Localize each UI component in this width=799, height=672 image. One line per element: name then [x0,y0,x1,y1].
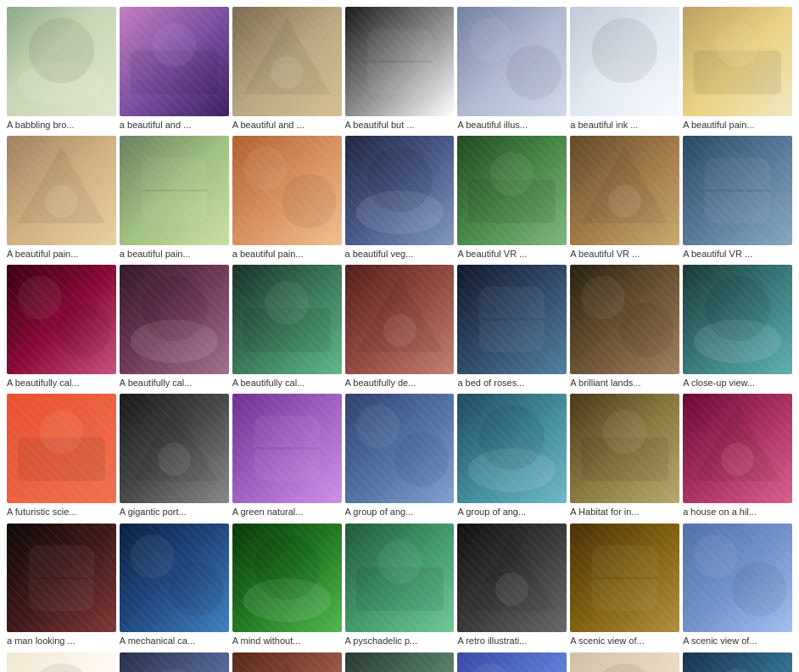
thumbnail-image [120,524,229,633]
gallery-grid: A babbling bro... a beautiful and ... A … [7,7,792,672]
gallery-item[interactable]: A beautiful and ... [232,7,342,131]
gallery-item[interactable]: a beautiful pain... [232,136,342,260]
gallery-item-label: A babbling bro... [7,119,116,131]
svg-point-59 [169,562,223,616]
gallery-item[interactable]: A beautiful pain... [7,136,116,260]
gallery-item[interactable]: A beautiful illus... [457,7,567,131]
svg-rect-16 [142,158,207,223]
svg-point-33 [265,282,309,326]
gallery-item[interactable]: A train to the s... [457,652,567,672]
svg-rect-46 [254,416,319,481]
svg-point-15 [45,185,78,218]
thumbnail-image [570,652,679,672]
svg-point-39 [619,303,673,357]
gallery-item-label: A beautifully cal... [120,377,229,389]
svg-point-9 [506,45,561,99]
thumbnail-image [7,265,116,374]
gallery-item[interactable]: A beautiful VR ... [570,136,679,260]
gallery-item[interactable]: A close-up view... [683,265,792,389]
gallery-item[interactable]: A beautiful VR ... [683,136,792,260]
svg-point-38 [581,276,625,320]
gallery-item[interactable]: A scenic view of... [570,524,679,647]
gallery-item-label: a beautiful pain... [120,248,229,260]
svg-point-21 [366,147,432,212]
svg-point-63 [377,540,422,584]
gallery-item-label: a man looking ... [7,635,116,647]
gallery-item[interactable]: A brilliant lands... [570,265,679,389]
thumbnail-image [570,136,679,245]
gallery-item[interactable]: A retro illustrati... [457,524,567,647]
svg-point-11 [592,18,657,83]
thumbnail-image [345,652,455,672]
thumbnail-image [345,394,455,503]
gallery-item[interactable]: a beautiful ink ... [570,7,679,131]
gallery-item[interactable]: A mind without... [232,524,342,647]
gallery-item[interactable]: A view of God ... [683,652,792,672]
gallery-item[interactable]: a beautiful and ... [120,7,229,131]
thumbnail-image [570,7,679,116]
svg-point-51 [479,405,545,470]
gallery-item[interactable]: A pyschadelic p... [345,524,455,647]
thumbnail-image [683,652,792,672]
svg-rect-52 [581,438,668,482]
svg-point-50 [468,449,556,493]
svg-point-35 [383,314,416,347]
thumbnail-image [7,524,116,633]
svg-point-71 [29,664,94,672]
gallery-item[interactable]: A scenic view of... [683,524,792,647]
gallery-item[interactable]: A beautifully cal... [232,265,342,389]
thumbnail-image [570,265,679,374]
gallery-item[interactable]: A beautiful pain... [683,7,792,131]
gallery-item-label: A close-up view... [683,377,792,389]
svg-point-3 [153,23,197,67]
gallery-item[interactable]: A group of ang... [345,394,455,518]
gallery-item-label: A beautiful illus... [457,119,567,131]
thumbnail-image [120,652,229,672]
gallery-item[interactable]: A gigantic port... [120,394,229,518]
gallery-item-label: A mechanical ca... [120,635,229,647]
thumbnail-image [345,265,455,374]
svg-marker-74 [243,664,331,672]
thumbnail-image [457,265,567,374]
gallery-item-label: A beautiful and ... [232,119,342,131]
gallery-item-label: A beautiful VR ... [570,248,679,260]
gallery-item[interactable]: a beautiful pain... [120,136,229,260]
svg-marker-34 [355,276,443,352]
svg-point-69 [732,562,786,616]
gallery-item[interactable]: A babbling bro... [7,7,116,131]
gallery-item[interactable]: A spectacular p... [7,652,116,672]
gallery-item[interactable]: A beautifully de... [345,265,455,389]
gallery-item[interactable]: A futuristic scie... [7,394,116,518]
svg-point-25 [608,185,641,218]
thumbnail-image [683,524,792,633]
gallery-item[interactable]: a beautiful veg... [345,136,455,260]
svg-point-10 [581,61,668,105]
gallery-item-label: A beautiful VR ... [457,248,567,260]
gallery-item[interactable]: A Taoist in Tan... [345,652,455,672]
gallery-item[interactable]: A beautiful but ... [345,7,455,131]
thumbnail-image [457,524,567,633]
svg-point-31 [142,276,207,341]
svg-rect-6 [366,29,432,94]
gallery-item[interactable]: A spectacular p... [232,652,342,672]
gallery-item[interactable]: a bed of roses... [457,265,567,389]
gallery-item[interactable]: A beautiful VR ... [457,136,567,260]
gallery-item[interactable]: A green natural... [232,394,342,518]
svg-marker-4 [243,18,331,94]
gallery-item[interactable]: A mechanical ca... [120,524,229,647]
gallery-item[interactable]: a man looking ... [7,524,116,647]
svg-marker-44 [131,405,218,481]
gallery-item[interactable]: A group of ang... [457,394,567,518]
gallery-item[interactable]: A beautifully cal... [120,265,229,389]
gallery-item-label: A Habitat for in... [570,506,679,518]
svg-point-8 [468,18,512,62]
gallery-item[interactable]: a house on a hil... [683,394,792,518]
gallery-item[interactable]: A beautifully cal... [7,265,116,389]
gallery-item[interactable]: A Habitat for in... [570,394,679,518]
gallery-item-label: A scenic view of... [683,635,792,647]
gallery-item[interactable]: A spectacular p... [120,652,229,672]
svg-rect-36 [479,287,545,352]
gallery-item-label: A group of ang... [457,506,567,518]
gallery-item[interactable]: A vibrant painti... [570,652,679,672]
svg-point-73 [153,669,197,672]
